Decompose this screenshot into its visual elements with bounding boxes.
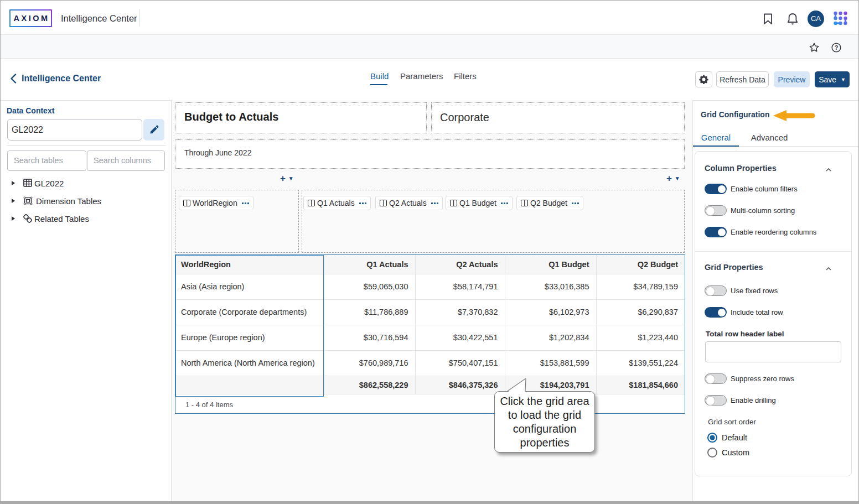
svg-text:?: ? bbox=[835, 44, 839, 51]
